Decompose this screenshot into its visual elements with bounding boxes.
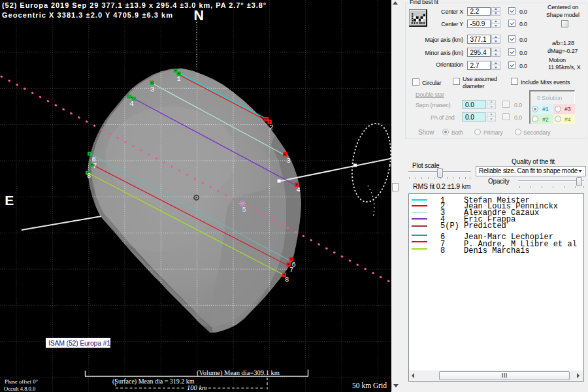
svg-text:Geocentric X 3381.3 ±2.0 Y: Geocentric X 3381.3 ±2.0 Y 4705.9 ±6.3 k… [2,11,173,19]
svg-text:100 km: 100 km [187,384,207,391]
svg-text:(52) Europa 2019 Sep 29 377: (52) Europa 2019 Sep 29 377.1 ±13.9 x 29… [2,1,267,9]
svg-text:ISAM (52) Europa #1: ISAM (52) Europa #1 [48,339,110,347]
svg-text:(Surface) Mean dia = 319.2 km: (Surface) Mean dia = 319.2 km [112,378,195,385]
svg-text:E: E [5,193,14,208]
svg-text:7: 7 [93,162,97,170]
svg-text:4: 4 [130,100,134,108]
svg-text:Phase offset 0°: Phase offset 0° [5,378,38,385]
svg-text:50 km Grid: 50 km Grid [352,382,387,389]
svg-text:8: 8 [285,276,289,284]
svg-text:(Volume) Mean dia=309.1 km: (Volume) Mean dia=309.1 km [197,369,280,377]
svg-text:8: 8 [87,172,91,180]
svg-text:7: 7 [289,266,293,274]
svg-text:1: 1 [177,75,181,83]
svg-text:4: 4 [297,186,301,194]
svg-text:5: 5 [242,206,246,214]
svg-text:Occult 4.8.0.0: Occult 4.8.0.0 [4,385,35,392]
svg-text:3: 3 [150,86,154,93]
svg-text:2: 2 [270,123,274,131]
svg-text:N: N [194,8,204,24]
svg-text:3: 3 [287,157,291,165]
